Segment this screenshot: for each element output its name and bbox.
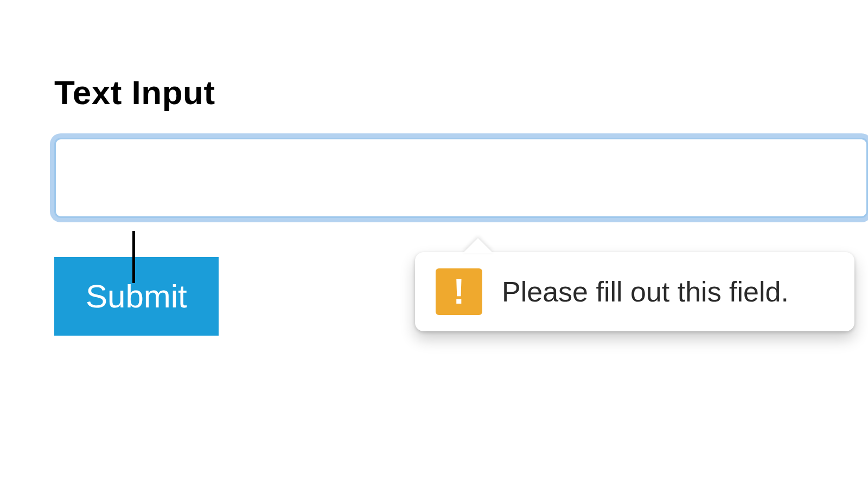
field-label: Text Input (54, 73, 868, 112)
submit-button[interactable]: Submit (54, 257, 219, 336)
warning-icon-glyph: ! (453, 274, 464, 309)
validation-tooltip: ! Please fill out this field. (415, 252, 854, 331)
text-input[interactable] (54, 138, 868, 218)
validation-message: Please fill out this field. (502, 275, 789, 308)
warning-icon: ! (436, 268, 482, 315)
